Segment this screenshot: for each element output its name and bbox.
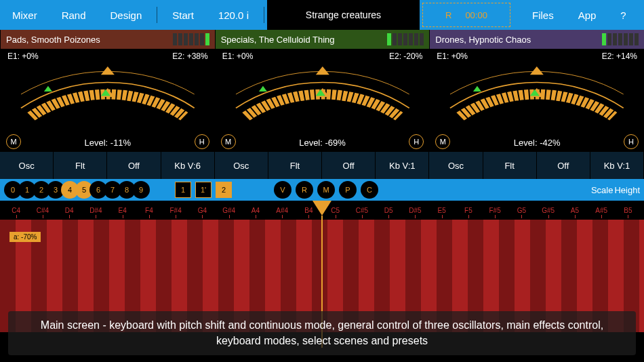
preset-button[interactable]: 2: [216, 182, 232, 198]
mixer-button[interactable]: Mixer: [0, 0, 49, 30]
meter-bar: [195, 33, 199, 45]
rec-label: R: [445, 10, 451, 20]
off-button[interactable]: Off: [537, 152, 590, 179]
app-button[interactable]: App: [566, 0, 609, 30]
kb-button[interactable]: Kb V:1: [376, 152, 429, 179]
height-button[interactable]: Height: [614, 185, 640, 195]
osc-header[interactable]: Pads, Smooth Poizones: [1, 30, 215, 49]
recorder-timer[interactable]: R 00:00: [422, 3, 510, 27]
note-label: A#4: [269, 207, 296, 214]
scene-dot[interactable]: 9: [132, 181, 150, 199]
dial-area[interactable]: [216, 64, 430, 125]
osc-title: Pads, Smooth Poizones: [6, 35, 100, 45]
svg-marker-0: [101, 66, 115, 75]
osc-title: Specials, The Celluloid Thing: [221, 35, 335, 45]
meter-bar: [403, 33, 407, 45]
osc-header[interactable]: Drones, Hypnotic Chaos: [430, 30, 644, 49]
preset-button[interactable]: 1: [175, 182, 191, 198]
osc-title: Drones, Hypnotic Chaos: [435, 35, 531, 45]
note-label: D5: [376, 207, 402, 214]
sub-controls-row: OscFltOffKb V:6OscFltOffKb V:1OscFltOffK…: [0, 152, 644, 179]
note-label: C#4: [29, 207, 56, 214]
start-button[interactable]: Start: [160, 0, 206, 30]
note-label: E4: [109, 207, 136, 214]
h-button[interactable]: H: [195, 134, 209, 149]
level-meter: [173, 33, 209, 45]
m-button[interactable]: M: [6, 134, 21, 149]
flt-button[interactable]: Flt: [54, 152, 107, 179]
off-button[interactable]: Off: [107, 152, 161, 179]
playhead-icon[interactable]: [313, 201, 331, 216]
note-label: G#5: [535, 207, 561, 214]
kb-button[interactable]: Kb V:1: [590, 152, 644, 179]
osc-button[interactable]: Osc: [429, 152, 483, 179]
svg-marker-1: [44, 86, 52, 92]
flt-button[interactable]: Flt: [483, 152, 537, 179]
note-label: B5: [615, 207, 641, 214]
note-label: A4: [242, 207, 268, 214]
note-label: D#4: [83, 207, 109, 214]
osc-button[interactable]: Osc: [215, 152, 268, 179]
design-button[interactable]: Design: [98, 0, 155, 30]
time-display: 00:00: [465, 10, 487, 20]
note-label: F4: [136, 207, 162, 214]
dial-area[interactable]: [1, 64, 215, 125]
level-meter: [602, 33, 639, 45]
meter-bar: [607, 33, 611, 45]
effect-m-button[interactable]: M: [317, 181, 335, 199]
top-toolbar: Mixer Rand Design Start 120.0 i Strange …: [0, 0, 644, 30]
e1-value: E1: +0%: [222, 52, 254, 61]
osc-button[interactable]: Osc: [0, 152, 54, 179]
off-button[interactable]: Off: [322, 152, 376, 179]
oscillator-row: Pads, Smooth Poizones E1: +0% E2: +38% L…: [0, 30, 644, 152]
e1-value: E1: +0%: [7, 52, 39, 61]
svg-marker-4: [316, 66, 329, 75]
effect-r-button[interactable]: R: [296, 181, 313, 199]
separator: [157, 7, 157, 23]
kb-button[interactable]: Kb V:6: [161, 152, 215, 179]
oscillator-panel: Pads, Smooth Poizones E1: +0% E2: +38% L…: [0, 30, 215, 152]
meter-bar: [387, 33, 391, 45]
scale-button[interactable]: Scale: [591, 185, 613, 195]
meter-bar: [200, 33, 204, 45]
note-label: D4: [56, 207, 83, 214]
dial-area[interactable]: [430, 64, 644, 125]
svg-marker-5: [259, 86, 267, 92]
level-value: Level: -42%: [430, 138, 644, 148]
meter-bar: [613, 33, 617, 45]
meter-bar: [393, 33, 397, 45]
meter-bar: [635, 33, 639, 45]
e2-value: E2: +38%: [172, 52, 207, 61]
rand-button[interactable]: Rand: [49, 0, 98, 30]
note-label: G4: [189, 207, 216, 214]
note-label: F5: [455, 207, 481, 214]
effect-p-button[interactable]: P: [339, 181, 357, 199]
effect-c-button[interactable]: C: [361, 181, 378, 199]
meter-bar: [398, 33, 402, 45]
flt-button[interactable]: Flt: [268, 152, 322, 179]
note-label: F#4: [163, 207, 189, 214]
value-badge: a: -70%: [9, 232, 41, 242]
oscillator-panel: Specials, The Celluloid Thing E1: +0% E2…: [215, 30, 430, 152]
note-label: E5: [428, 207, 455, 214]
control-row: 0123456789 11'2 VRMPC Scale Height: [0, 179, 644, 201]
effect-v-button[interactable]: V: [274, 181, 291, 199]
patch-name[interactable]: Strange creatures: [267, 0, 420, 30]
h-button[interactable]: H: [624, 134, 639, 149]
meter-bar: [414, 33, 418, 45]
meter-bar: [629, 33, 633, 45]
meter-bar: [409, 33, 413, 45]
help-button[interactable]: ?: [608, 0, 638, 30]
osc-header[interactable]: Specials, The Celluloid Thing: [216, 30, 430, 49]
note-label: D#5: [402, 207, 428, 214]
tempo-display[interactable]: 120.0 i: [206, 0, 261, 30]
svg-marker-8: [530, 66, 544, 75]
files-button[interactable]: Files: [520, 0, 566, 30]
meter-bar: [184, 33, 188, 45]
note-label: G#4: [216, 207, 242, 214]
m-button[interactable]: M: [221, 134, 236, 149]
level-value: Level: -11%: [1, 138, 215, 148]
svg-marker-9: [473, 86, 481, 92]
preset-button[interactable]: 1': [195, 182, 212, 198]
meter-bar: [602, 33, 606, 45]
